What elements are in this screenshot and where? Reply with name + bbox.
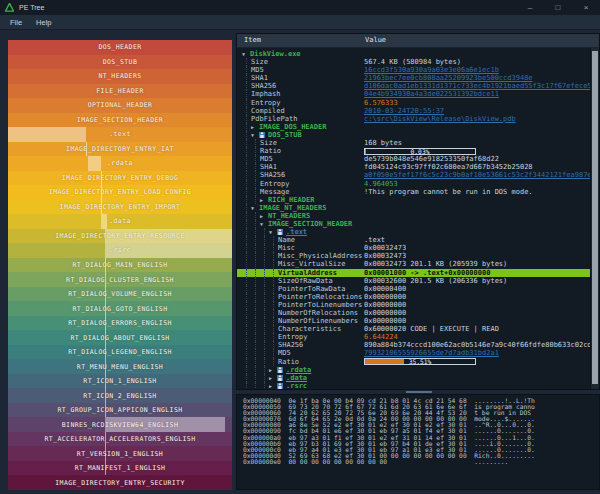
- tree-row-value[interactable]: d106dac0ad1eb1331d1371c733ec4b1921baed55…: [364, 82, 590, 90]
- tree-row-label[interactable]: .text: [286, 228, 307, 236]
- map-row[interactable]: IMAGE_DIRECTORY_ENTRY_RESOURCE: [8, 229, 232, 244]
- tree-row[interactable]: Ratio0.03%: [237, 147, 590, 155]
- tree-scrollbar-thumb[interactable]: [592, 51, 598, 384]
- map-row[interactable]: RT_DIALOG_LEGEND_ENGLISH: [8, 345, 232, 360]
- tree-row[interactable]: ▼.text: [237, 228, 590, 236]
- map-row[interactable]: RT_ICON_2_ENGLISH: [8, 388, 232, 403]
- tree-row[interactable]: Imphash04e4b934930a4a3de022531392bdce11: [237, 90, 590, 98]
- map-row[interactable]: DOS_HEADER: [8, 40, 232, 55]
- tree-row[interactable]: ▼IMAGE_NT_HEADERS: [237, 204, 590, 212]
- tree-row[interactable]: ▶NT_HEADERS: [237, 212, 590, 220]
- tree-row[interactable]: PointerToLinenumbers0x00000000: [237, 301, 590, 309]
- tree-row[interactable]: SizeOfRawData0x00032600 201.5 KB (206336…: [237, 277, 590, 285]
- tree-row[interactable]: MD5de5739b048e546e918253350faf68d22: [237, 155, 590, 163]
- tree-row[interactable]: NumberOfLinenumbers0x00000000: [237, 317, 590, 325]
- menu-help[interactable]: Help: [30, 16, 57, 29]
- map-row[interactable]: IMAGE_SECTION_HEADER: [8, 113, 232, 128]
- expander-collapse-icon[interactable]: ▼: [242, 50, 245, 58]
- expander-expand-icon[interactable]: ▶: [269, 382, 272, 389]
- expander-expand-icon[interactable]: ▶: [269, 374, 272, 382]
- tree-row-value[interactable]: 16ccd3f530a930a9a03e3e06a6e1ec1b: [364, 66, 499, 74]
- tree-row-value[interactable]: 79932106555926655de7d7adb31bd2a1: [364, 349, 499, 357]
- tree-row[interactable]: ▶IMAGE_DOS_HEADER: [237, 123, 590, 131]
- tree-row[interactable]: MD516ccd3f530a930a9a03e3e06a6e1ec1b: [237, 66, 590, 74]
- map-row[interactable]: FILE_HEADER: [8, 84, 232, 99]
- map-row[interactable]: RT_DIALOG_ERRORS_ENGLISH: [8, 316, 232, 331]
- expander-collapse-icon[interactable]: ▼: [251, 204, 254, 212]
- map-row[interactable]: RT_DIALOG_VOLUME_ENGLISH: [8, 287, 232, 302]
- map-row[interactable]: RT_ACCELERATOR_ACCELERATORS_ENGLISH: [8, 432, 232, 447]
- tree-row[interactable]: PointerToRawData0x00000400: [237, 285, 590, 293]
- tree-row[interactable]: Misc0x00032473: [237, 244, 590, 252]
- expander-expand-icon[interactable]: ▶: [260, 196, 263, 204]
- tree-row-label[interactable]: .data: [286, 374, 307, 382]
- tree-row[interactable]: MD579932106555926655de7d7adb31bd2a1: [237, 349, 590, 357]
- tree-row-value[interactable]: a0f050e5fef17f6c5c23c9b0af10e53661c53c2f…: [364, 171, 590, 179]
- maximize-button[interactable]: □: [544, 0, 572, 15]
- tree-row[interactable]: SHA256890a884b374cccd100e62ac0b5146e7a9c…: [237, 341, 590, 349]
- tree-row[interactable]: ▼IMAGE_SECTION_HEADER: [237, 220, 590, 228]
- map-row[interactable]: IMAGE_DIRECTORY_ENTRY_DEBUG: [8, 171, 232, 186]
- map-row[interactable]: .data: [8, 214, 232, 229]
- map-row[interactable]: IMAGE_DIRECTORY_ENTRY_IMPORT: [8, 200, 232, 215]
- expander-expand-icon[interactable]: ▶: [251, 123, 254, 131]
- map-row[interactable]: .text: [8, 127, 232, 142]
- tree-scrollbar[interactable]: [590, 48, 599, 389]
- tree-row[interactable]: ▼DOS_STUB: [237, 131, 590, 139]
- close-button[interactable]: ×: [572, 0, 600, 15]
- tree-row-value[interactable]: 04e4b934930a4a3de022531392bdce11: [364, 90, 499, 98]
- tree-row[interactable]: Message!This program cannot be run in DO…: [237, 188, 590, 196]
- map-row[interactable]: .rsrc: [8, 243, 232, 258]
- map-row[interactable]: NT_HEADERS: [8, 69, 232, 84]
- tree-row[interactable]: Size168 bytes: [237, 139, 590, 147]
- tree-row-value[interactable]: 21963bec7ee0cb808aa25209923be500ccd3948e: [364, 74, 533, 82]
- tree-row[interactable]: Characteristics0x60000020 CODE | EXECUTE…: [237, 325, 590, 333]
- map-row[interactable]: RT_DIALOG_ABOUT_ENGLISH: [8, 330, 232, 345]
- menu-file[interactable]: File: [4, 16, 28, 29]
- tree-column-value[interactable]: Value: [365, 36, 386, 44]
- tree-row[interactable]: Compiled2010-03-24T20:55:37: [237, 107, 590, 115]
- map-row[interactable]: RT_GROUP_ICON_APPICON_ENGLISH: [8, 403, 232, 418]
- map-row[interactable]: RT_ICON_1_ENGLISH: [8, 374, 232, 389]
- tree-row[interactable]: ▶.data: [237, 374, 590, 382]
- tree-column-item[interactable]: Item: [244, 36, 261, 44]
- expander-expand-icon[interactable]: ▶: [269, 366, 272, 374]
- tree-row[interactable]: SHA121963bec7ee0cb808aa25209923be500ccd3…: [237, 74, 590, 82]
- map-row[interactable]: RT_DIALOG_GOTO_ENGLISH: [8, 301, 232, 316]
- tree-row[interactable]: SHA256d106dac0ad1eb1331d1371c733ec4b1921…: [237, 82, 590, 90]
- tree-row-label[interactable]: .rdata: [286, 366, 311, 374]
- tree-row[interactable]: ▶RICH_HEADER: [237, 196, 590, 204]
- tree-row[interactable]: ▼DiskView.exe: [237, 50, 590, 58]
- map-row[interactable]: IMAGE_DIRECTORY_ENTRY_SECURITY: [8, 475, 232, 490]
- map-row[interactable]: IMAGE_DIRECTORY_ENTRY_LOAD_CONFIG: [8, 185, 232, 200]
- tree-row[interactable]: Entropy6.576333: [237, 99, 590, 107]
- minimize-button[interactable]: –: [516, 0, 544, 15]
- tree-row[interactable]: Ratio35.51%: [237, 358, 590, 366]
- map-row[interactable]: RT_VERSION_1_ENGLISH: [8, 446, 232, 461]
- splitter-grip-icon[interactable]: [406, 391, 432, 393]
- map-row[interactable]: OPTIONAL_HEADER: [8, 98, 232, 113]
- tree-row[interactable]: VirtualAddress0x00001000 -> .text+0x0000…: [237, 269, 590, 277]
- tree-row-value[interactable]: 2010-03-24T20:55:37: [364, 107, 444, 115]
- tree-row-label[interactable]: .rsrc: [286, 382, 307, 389]
- expander-expand-icon[interactable]: ▶: [260, 212, 263, 220]
- tree-row[interactable]: ▶.rsrc: [237, 382, 590, 389]
- map-row[interactable]: RT_MANIFEST_1_ENGLISH: [8, 461, 232, 476]
- expander-collapse-icon[interactable]: ▼: [260, 220, 263, 228]
- tree-row[interactable]: Entropy6.644224: [237, 333, 590, 341]
- tree-row[interactable]: SHA1fd045124c93c97ff02c680ea7d667b3452b2…: [237, 163, 590, 171]
- map-row[interactable]: DOS_STUB: [8, 55, 232, 70]
- tree-row[interactable]: Size567.4 KB (580984 bytes): [237, 58, 590, 66]
- map-row[interactable]: RT_DIALOG_CLUSTER_ENGLISH: [8, 272, 232, 287]
- tree-row[interactable]: PointerToRelocations0x00000000: [237, 293, 590, 301]
- tree-row[interactable]: ▶.rdata: [237, 366, 590, 374]
- tree-row[interactable]: Misc_VirtualSize0x00032473 201.1 KB (205…: [237, 260, 590, 268]
- map-row[interactable]: RT_MENU_MENU_ENGLISH: [8, 359, 232, 374]
- map-row[interactable]: RT_DIALOG_MAIN_ENGLISH: [8, 258, 232, 273]
- tree-row-value[interactable]: c:\src\DiskView\Release\DiskView.pdb: [364, 115, 516, 123]
- tree-row[interactable]: NumberOfRelocations0x00000000: [237, 309, 590, 317]
- tree-row[interactable]: SHA256a0f050e5fef17f6c5c23c9b0af10e53661…: [237, 171, 590, 179]
- expander-collapse-icon[interactable]: ▼: [269, 228, 272, 236]
- map-row[interactable]: IMAGE_DIRECTORY_ENTRY_IAT: [8, 142, 232, 157]
- tree-row[interactable]: Name.text: [237, 236, 590, 244]
